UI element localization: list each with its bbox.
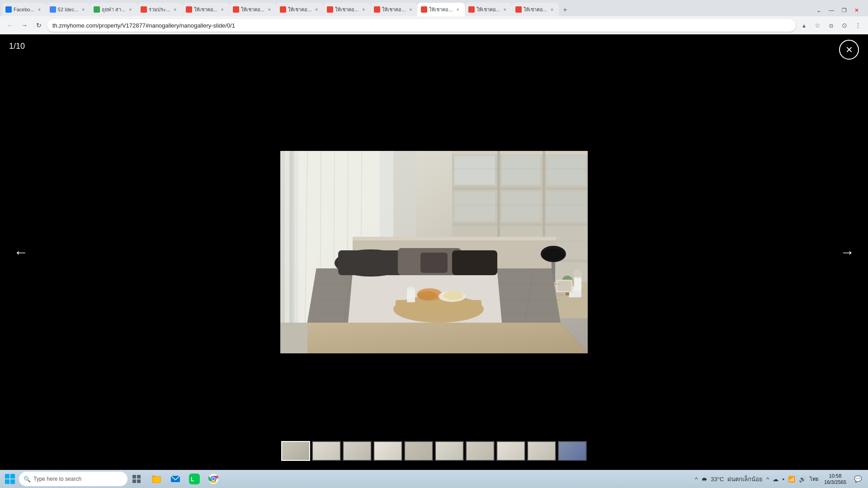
task-view-button[interactable] xyxy=(128,471,145,487)
svg-rect-12 xyxy=(452,151,588,155)
tab-2[interactable]: 52 Idec... × xyxy=(46,3,90,16)
tab-6-close[interactable]: × xyxy=(266,6,273,13)
mail-icon xyxy=(170,474,181,484)
restore-button[interactable]: ❐ xyxy=(838,5,850,16)
tab-4-close[interactable]: × xyxy=(172,6,179,13)
tab-10-close[interactable]: × xyxy=(455,6,461,13)
tab-12-close[interactable]: × xyxy=(549,6,555,13)
window-close-button[interactable]: ✕ xyxy=(851,5,863,16)
tab-1[interactable]: Facebo... × xyxy=(2,3,46,16)
tab-3-label: อุยฬา สา... xyxy=(102,5,125,14)
tab-11-close[interactable]: × xyxy=(502,6,508,13)
tab-list-button[interactable]: ⌄ xyxy=(813,5,825,16)
tab-7-close[interactable]: × xyxy=(313,6,320,13)
extensions-icon[interactable]: ⧈ xyxy=(825,19,837,32)
svg-point-71 xyxy=(407,287,415,291)
tab-4-label: รวมประ... xyxy=(149,5,170,14)
tab-2-close[interactable]: × xyxy=(80,6,86,13)
thumbnail-6[interactable] xyxy=(435,441,464,461)
volume-icon[interactable]: 🔊 xyxy=(797,476,807,483)
minimize-button[interactable]: — xyxy=(826,5,837,16)
close-icon: ✕ xyxy=(845,44,853,55)
task-view-icon xyxy=(132,474,141,483)
taskbar-search-bar[interactable]: 🔍 Type here to search xyxy=(19,472,127,486)
svg-rect-14 xyxy=(452,223,588,226)
toolbar-icons: ▴ ☆ ⧈ ⊙ ⋮ xyxy=(797,19,864,32)
tab-9-close[interactable]: × xyxy=(407,6,414,13)
start-button[interactable] xyxy=(2,471,18,487)
svg-rect-28 xyxy=(353,237,556,240)
tab-5[interactable]: ให้เชาคอ... × xyxy=(182,3,229,16)
thumbnail-2[interactable] xyxy=(312,441,341,461)
forward-button[interactable]: → xyxy=(18,19,31,32)
thumbnail-4[interactable] xyxy=(373,441,402,461)
tab-12-favicon xyxy=(515,6,522,13)
tab-9[interactable]: ให้เชาคอ... × xyxy=(370,3,417,16)
tray-expand-icon[interactable]: ^ xyxy=(693,476,699,483)
weather-icon: 🌧 xyxy=(700,476,708,483)
thumbnail-7[interactable] xyxy=(466,441,495,461)
svg-marker-77 xyxy=(280,323,588,353)
tab-10-favicon xyxy=(421,6,427,13)
back-button[interactable]: ← xyxy=(4,19,16,32)
tab-8-close[interactable]: × xyxy=(360,6,367,13)
battery-icon[interactable]: ▪ xyxy=(781,476,786,483)
thumbnail-5[interactable] xyxy=(404,441,433,461)
svg-rect-80 xyxy=(10,474,15,479)
thumbnail-3[interactable] xyxy=(343,441,372,461)
svg-rect-89 xyxy=(152,475,156,477)
notification-expand-icon[interactable]: ^ xyxy=(765,476,770,483)
reload-button[interactable]: ↻ xyxy=(33,19,45,32)
svg-point-73 xyxy=(417,291,437,300)
address-input[interactable] xyxy=(47,19,796,32)
cast-icon[interactable]: ▴ xyxy=(797,19,810,32)
temperature-label: 33°C xyxy=(709,476,725,483)
line-button[interactable]: L xyxy=(185,470,203,488)
svg-rect-13 xyxy=(452,187,588,190)
taskbar: 🔍 Type here to search xyxy=(0,470,868,488)
language-label: ไทย xyxy=(808,475,820,483)
svg-rect-63 xyxy=(338,250,403,275)
notification-button[interactable]: 💬 xyxy=(851,471,864,487)
new-tab-button[interactable]: + xyxy=(559,4,571,16)
thumbnail-10[interactable] xyxy=(558,441,587,461)
tab-9-favicon xyxy=(374,6,380,13)
tab-9-label: ให้เชาคอ... xyxy=(382,5,406,14)
tab-6[interactable]: ให้เชาคอ... × xyxy=(229,3,276,16)
network-icon[interactable]: 📶 xyxy=(787,476,797,483)
svg-rect-84 xyxy=(137,475,141,479)
file-explorer-icon xyxy=(151,474,162,484)
chrome-button[interactable] xyxy=(204,470,222,488)
clock-display[interactable]: 10:58 16/3/2565 xyxy=(821,473,849,486)
svg-rect-70 xyxy=(407,289,415,302)
tab-2-favicon xyxy=(50,6,56,13)
thumbnail-8[interactable] xyxy=(496,441,525,461)
bookmark-bar-icon[interactable]: ☆ xyxy=(811,19,824,32)
gallery-area: 1/10 ✕ ← xyxy=(0,34,868,470)
tab-12[interactable]: ให้เชาคอ... × xyxy=(512,3,559,16)
onedrive-icon[interactable]: ☁ xyxy=(771,476,780,483)
mail-button[interactable] xyxy=(166,470,184,488)
tab-5-close[interactable]: × xyxy=(219,6,226,13)
tab-4[interactable]: รวมประ... × xyxy=(137,3,182,16)
tab-3[interactable]: อุยฬา สา... × xyxy=(90,3,137,16)
profile-icon[interactable]: ⊙ xyxy=(838,19,851,32)
tab-6-favicon xyxy=(233,6,239,13)
next-slide-button[interactable]: → xyxy=(835,239,859,265)
thumbnail-9[interactable] xyxy=(527,441,556,461)
thumbnail-1[interactable] xyxy=(281,441,310,461)
tab-10[interactable]: ให้เชาคอ... × xyxy=(417,3,464,16)
tab-1-close[interactable]: × xyxy=(36,6,42,13)
gallery-close-button[interactable]: ✕ xyxy=(839,40,859,60)
tab-3-close[interactable]: × xyxy=(127,6,133,13)
prev-slide-button[interactable]: ← xyxy=(9,239,33,265)
tab-11[interactable]: ให้เชาคอ... × xyxy=(465,3,512,16)
tab-7[interactable]: ให้เชาคอ... × xyxy=(276,3,323,16)
tab-8[interactable]: ให้เชาคอ... × xyxy=(323,3,370,16)
tab-2-label: 52 Idec... xyxy=(58,7,78,12)
menu-icon[interactable]: ⋮ xyxy=(852,19,864,32)
svg-point-42 xyxy=(573,269,582,278)
file-explorer-button[interactable] xyxy=(147,470,165,488)
chrome-icon xyxy=(208,474,219,484)
svg-text:L: L xyxy=(191,476,194,483)
